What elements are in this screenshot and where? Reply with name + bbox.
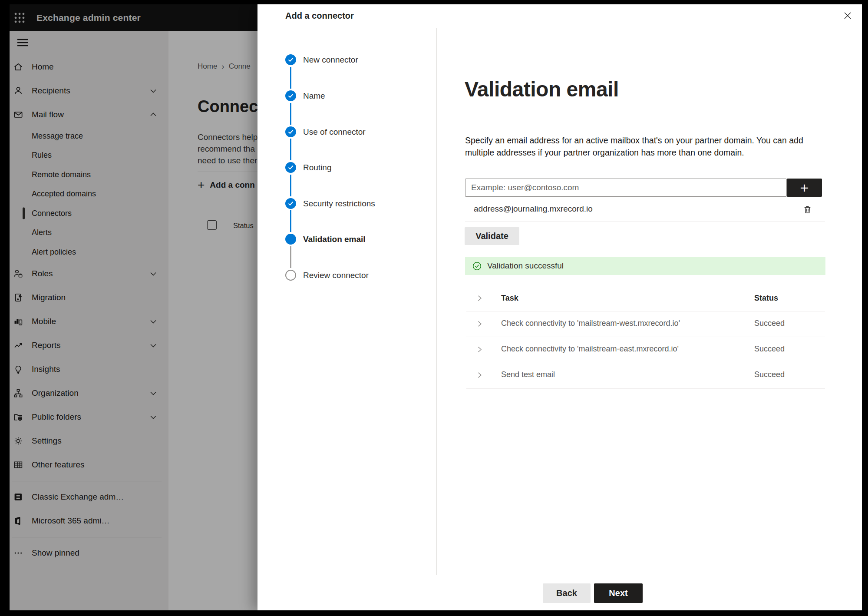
table-row-status: Succeed [754,370,785,379]
table-row-status: Succeed [754,319,785,328]
table-row-task: Check connectivity to 'mailstream-west.m… [501,319,680,328]
add-connector-panel: Add a connector New connector Name Use o [257,4,862,610]
table-divider [466,337,825,337]
add-address-button[interactable]: + [787,179,822,197]
table-divider [466,388,825,389]
screenshot-frame: Exchange admin center Home Recipients [0,0,868,616]
panel-header: Add a connector [257,4,862,28]
address-list-divider [465,222,825,222]
step-circle [285,198,296,209]
table-row-task: Send test email [501,370,555,379]
validate-button[interactable]: Validate [465,227,519,245]
table-row-task: Check connectivity to 'mailstream-east.m… [501,344,679,354]
validation-success-banner: Validation successful [465,257,825,275]
wizard-step-validation-email[interactable]: Validation email [285,234,366,245]
check-icon [288,93,294,98]
close-icon[interactable] [841,9,854,22]
check-icon [288,129,294,134]
panel-header-divider [257,28,862,28]
step-circle [285,126,296,137]
step-connector-line [290,67,291,89]
step-heading: Validation email [465,77,619,101]
task-column-header: Task [501,294,518,303]
step-circle [285,234,296,245]
wizard-step-use-of-connector[interactable]: Use of connector [285,126,366,137]
step-connector-line [290,210,291,232]
wizard-step-new-connector[interactable]: New connector [285,54,358,65]
step-circle [285,162,296,173]
table-row-status: Succeed [754,344,785,354]
step-connector-line [290,103,291,125]
step-circle [285,90,296,101]
exchange-admin-app: Exchange admin center Home Recipients [10,4,862,610]
wizard-divider [436,28,437,575]
expand-row-chevron-icon[interactable] [476,346,483,353]
wizard-step-name[interactable]: Name [285,90,325,101]
expand-all-chevron-icon[interactable] [476,295,483,302]
check-icon [288,201,294,206]
success-check-icon [472,262,482,271]
wizard-step-security-restrictions[interactable]: Security restrictions [285,198,375,209]
next-button[interactable]: Next [594,583,643,603]
check-icon [288,57,294,62]
footer-divider [257,575,862,575]
panel-title: Add a connector [285,11,354,21]
check-icon [288,165,294,170]
step-circle [285,54,296,65]
status-column-header: Status [754,294,778,303]
step-connector-line [290,175,291,196]
back-button[interactable]: Back [543,583,591,603]
wizard-step-review-connector[interactable]: Review connector [285,270,369,281]
step-description: Specify an email address for an active m… [465,135,817,159]
table-divider [466,363,825,363]
delete-address-icon[interactable] [801,203,813,215]
email-address-input[interactable] [465,179,787,197]
wizard-step-routing[interactable]: Routing [285,162,332,173]
step-connector-line [290,246,291,268]
expand-row-chevron-icon[interactable] [476,320,483,328]
banner-text: Validation successful [487,261,564,271]
table-divider [466,311,825,311]
step-connector-line [290,139,291,160]
step-circle [285,270,296,281]
expand-row-chevron-icon[interactable] [476,371,483,379]
added-address-value: address@journaling.mxrecord.io [474,204,593,214]
